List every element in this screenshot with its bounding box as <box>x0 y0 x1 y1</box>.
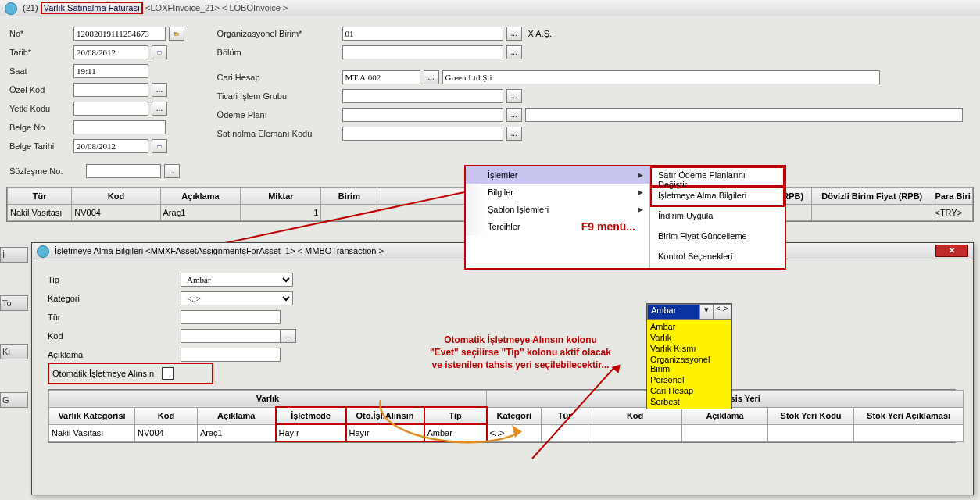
bolum-browse-button[interactable]: ... <box>506 45 522 59</box>
col-tur[interactable]: Tür <box>8 188 72 205</box>
side-tab-3[interactable]: Kı <box>0 344 28 359</box>
bolum-input[interactable] <box>342 45 503 59</box>
sozlesme-no-browse-button[interactable]: ... <box>164 164 180 178</box>
cell-isletmede[interactable]: Hayır <box>276 424 346 441</box>
ozel-kod-browse-button[interactable]: ... <box>152 83 167 97</box>
col-aciklama[interactable]: Açıklama <box>160 188 241 205</box>
org-birim-input[interactable] <box>342 27 503 41</box>
svg-rect-3 <box>157 51 161 52</box>
menu-tercihler[interactable]: Tercihler F9 menü... <box>466 218 649 235</box>
sozlesme-no-input[interactable] <box>86 164 161 178</box>
tarih-input[interactable] <box>73 45 148 59</box>
dd-selected[interactable]: Ambar <box>648 305 699 319</box>
col-isletmede[interactable]: İşletmede <box>276 407 346 424</box>
cell-kategori[interactable]: Nakil Vasıtası <box>49 424 135 441</box>
cari-hesap-browse-button[interactable]: ... <box>424 70 439 84</box>
side-tab-4[interactable]: G <box>0 392 28 408</box>
subwin-title: İşletmeye Alma Bilgileri <box>55 246 143 255</box>
dd-opt-ambar[interactable]: Ambar <box>650 321 728 332</box>
dd-opt-cari-hesap[interactable]: Cari Hesap <box>650 385 728 396</box>
dd-opt-varlik[interactable]: Varlık <box>650 332 728 343</box>
dd-opt-varlik-kismi[interactable]: Varlık Kısmı <box>650 343 728 354</box>
app-logo-icon <box>37 245 49 258</box>
cell-aciklama2[interactable]: Araç1 <box>198 424 276 441</box>
cell-h-kod[interactable] <box>588 424 682 441</box>
sw-tip-select[interactable]: Ambar <box>181 273 293 287</box>
belge-tarihi-calendar-button[interactable] <box>152 139 167 153</box>
yetki-kodu-input[interactable] <box>73 102 148 116</box>
sw-kod-input[interactable] <box>181 329 281 343</box>
title-crumb2: < LOBOInvoice > <box>222 3 288 12</box>
cell-h-aciklama[interactable] <box>682 424 768 441</box>
satinalma-eleman-input[interactable] <box>342 127 503 141</box>
cell-tur[interactable]: Nakil Vasıtası <box>8 205 72 221</box>
menu-isletmeye-alma[interactable]: İşletmeye Alma Bilgileri <box>650 187 785 207</box>
menu-sablon[interactable]: Şablon İşlemleri ▶ <box>466 201 649 218</box>
ticari-islem-input[interactable] <box>342 89 503 103</box>
otomatik-box: Otomatik İşletmeye Alınsın <box>48 362 213 384</box>
close-button[interactable]: ✕ <box>935 245 968 257</box>
menu-satir-odeme[interactable]: Satır Ödeme Planlarını Değiştir <box>650 166 785 187</box>
no-browse-button[interactable] <box>169 27 184 41</box>
col-dovizli[interactable]: Dövizli Birim Fiyat (RPB) <box>812 188 932 205</box>
side-tabs: İ To Kı G <box>0 247 28 441</box>
menu-bilgiler[interactable]: Bilgiler ▶ <box>466 184 649 201</box>
cari-hesap-text[interactable] <box>442 70 880 84</box>
menu-birim-fiyat[interactable]: Birim Fiyat Güncelleme <box>650 227 785 248</box>
cell-kod[interactable]: NV004 <box>72 205 160 221</box>
ticari-islem-browse-button[interactable]: ... <box>506 89 522 103</box>
cari-hesap-input[interactable] <box>342 70 420 84</box>
org-birim-label: Organizasyonel Birim* <box>217 29 339 38</box>
col-h-stokkod[interactable]: Stok Yeri Kodu <box>768 407 854 424</box>
col-miktar[interactable]: Miktar <box>241 188 321 205</box>
cell-try[interactable]: <TRY> <box>932 205 973 221</box>
sw-kod-browse-button[interactable]: ... <box>281 329 296 343</box>
odeme-plani-text[interactable] <box>525 108 963 122</box>
chevron-down-icon[interactable]: ▾ <box>699 305 713 319</box>
calendar-icon <box>157 141 162 152</box>
dd-opt-serbest[interactable]: Serbest <box>650 396 728 407</box>
cell-aciklama[interactable]: Araç1 <box>160 205 241 221</box>
tarih-calendar-button[interactable] <box>152 45 167 59</box>
ozel-kod-input[interactable] <box>73 83 148 97</box>
cell-dovizli[interactable] <box>812 205 932 221</box>
side-tab-1[interactable]: İ <box>0 247 28 262</box>
col-h-stokacik[interactable]: Stok Yeri Açıklaması <box>854 407 964 424</box>
belge-tarihi-input[interactable] <box>73 139 148 153</box>
dd-opt-org-birim[interactable]: Organizasyonel Birim <box>650 354 728 374</box>
dd-dots[interactable]: <..> <box>713 305 731 319</box>
col-kod[interactable]: Kod <box>72 188 160 205</box>
odeme-plani-browse-button[interactable]: ... <box>506 108 522 122</box>
org-birim-browse-button[interactable]: ... <box>506 27 522 41</box>
cell-h-stokacik[interactable] <box>854 424 964 441</box>
menu-tercihler-label: Tercihler <box>488 222 520 231</box>
col-birim[interactable]: Birim <box>321 188 377 205</box>
menu-islemler[interactable]: İşlemler ▶ <box>466 166 649 184</box>
col-para[interactable]: Para Biri <box>932 188 973 205</box>
sw-aciklama-input[interactable] <box>181 348 281 362</box>
dd-opt-personel[interactable]: Personel <box>650 374 728 385</box>
col-h-kod[interactable]: Kod <box>588 407 682 424</box>
cell-h-stokkod[interactable] <box>768 424 854 441</box>
no-input[interactable] <box>73 27 166 41</box>
menu-kontrol[interactable]: Kontrol Seçenekleri <box>650 248 785 268</box>
sw-oto-checkbox[interactable] <box>162 367 174 380</box>
satinalma-eleman-label: Satınalma Elemanı Kodu <box>217 129 339 138</box>
odeme-plani-input[interactable] <box>342 108 503 122</box>
col-varlik-kategori[interactable]: Varlık Kategorisi <box>49 407 135 424</box>
bolum-label: Bölüm <box>217 48 339 57</box>
yetki-kodu-browse-button[interactable]: ... <box>152 102 167 116</box>
cell-miktar[interactable]: 1 <box>241 205 321 221</box>
col-kod2[interactable]: Kod <box>135 407 198 424</box>
belge-no-input[interactable] <box>73 120 166 134</box>
col-h-aciklama[interactable]: Açıklama <box>682 407 768 424</box>
side-tab-2[interactable]: To <box>0 295 28 311</box>
menu-indirim[interactable]: İndirim Uygula <box>650 207 785 227</box>
satinalma-eleman-browse-button[interactable]: ... <box>506 127 522 141</box>
cell-kod2[interactable]: NV004 <box>135 424 198 441</box>
col-aciklama2[interactable]: Açıklama <box>198 407 276 424</box>
saat-input[interactable] <box>73 64 148 78</box>
sw-tur-input[interactable] <box>181 310 281 324</box>
svg-rect-1 <box>174 32 176 33</box>
sw-kategori-select[interactable]: <..> <box>181 291 293 305</box>
